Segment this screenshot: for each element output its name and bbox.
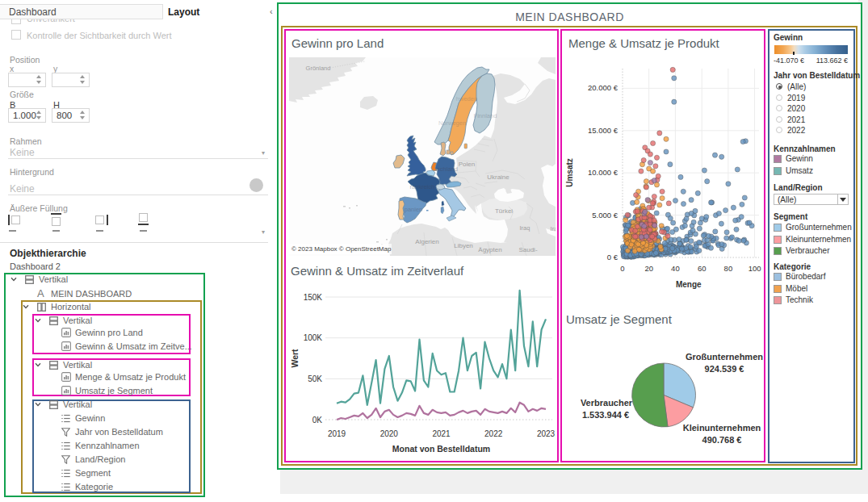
svg-text:2022: 2022 — [484, 429, 503, 438]
svg-text:Norwegen: Norwegen — [438, 119, 466, 127]
svg-text:150K: 150K — [304, 293, 323, 302]
svg-text:Ira: Ira — [551, 225, 556, 232]
svg-text:2019: 2019 — [328, 429, 346, 438]
svg-text:hweden: hweden — [456, 95, 477, 102]
svg-text:0 €: 0 € — [607, 253, 619, 261]
svg-text:2020: 2020 — [380, 429, 399, 438]
svg-text:panien: panien — [405, 206, 423, 213]
svg-text:rankreich: rankreich — [410, 183, 435, 190]
svg-text:Menge: Menge — [676, 280, 702, 289]
svg-text:Iraq: Iraq — [520, 224, 530, 232]
svg-text:490.768 €: 490.768 € — [702, 435, 742, 445]
svg-text:Libyen: Libyen — [454, 242, 473, 249]
svg-text:Polen: Polen — [459, 161, 475, 168]
svg-text:Monat von Bestelldatum: Monat von Bestelldatum — [392, 444, 490, 454]
svg-text:© 2023 Mapbox © OpenStreetMap: © 2023 Mapbox © OpenStreetMap — [291, 245, 392, 253]
svg-text:15.000 €: 15.000 € — [588, 126, 619, 135]
svg-text:60: 60 — [698, 264, 707, 273]
svg-text:0: 0 — [620, 264, 624, 273]
svg-text:20: 20 — [644, 264, 653, 273]
svg-text:2023: 2023 — [537, 429, 556, 438]
svg-text:50K: 50K — [308, 374, 322, 383]
svg-text:Algerien: Algerien — [415, 238, 438, 245]
svg-text:20.000 €: 20.000 € — [588, 83, 619, 92]
svg-text:Wert: Wert — [290, 349, 300, 368]
svg-text:Umsatz: Umsatz — [565, 158, 574, 187]
svg-text:tschland: tschland — [435, 165, 458, 173]
svg-text:100K: 100K — [304, 333, 323, 342]
svg-text:2021: 2021 — [432, 429, 451, 438]
svg-text:Grönland: Grönland — [306, 65, 331, 72]
svg-text:Ägypten: Ägypten — [478, 246, 501, 253]
svg-text:Großunternehmen: Großunternehmen — [686, 352, 763, 362]
svg-text:10.000 €: 10.000 € — [588, 168, 619, 177]
svg-text:Finnland: Finnland — [474, 112, 497, 119]
svg-text:Verbraucher: Verbraucher — [581, 398, 633, 408]
svg-text:80: 80 — [724, 264, 733, 273]
svg-text:1.533.944 €: 1.533.944 € — [582, 410, 629, 420]
svg-text:0K: 0K — [312, 416, 323, 425]
svg-text:Kleinunternehmen: Kleinunternehmen — [683, 423, 761, 433]
svg-text:924.539 €: 924.539 € — [705, 364, 744, 374]
svg-text:Saudi-: Saudi- — [518, 246, 537, 253]
svg-text:5.000 €: 5.000 € — [592, 211, 618, 220]
svg-text:100: 100 — [748, 264, 761, 273]
svg-text:Türkei: Türkei — [495, 207, 513, 215]
svg-text:40: 40 — [671, 264, 680, 273]
svg-text:Ukraine: Ukraine — [487, 174, 509, 181]
